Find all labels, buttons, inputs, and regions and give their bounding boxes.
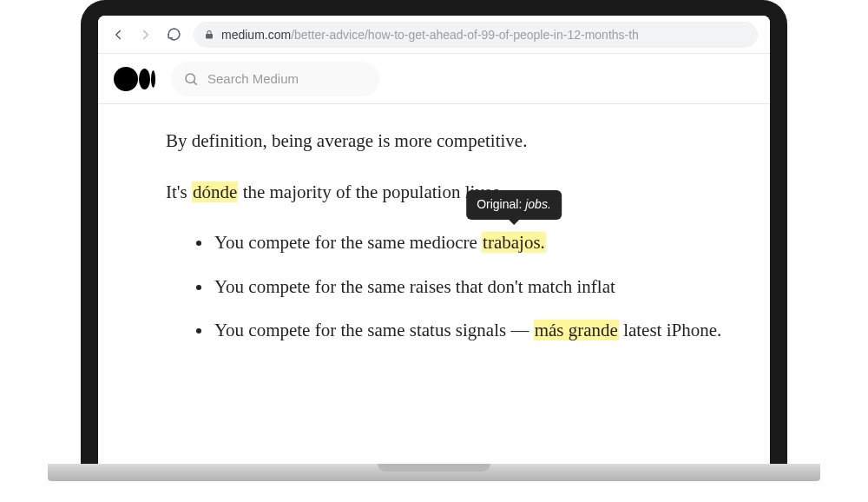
url-text: medium.com/better-advice/how-to-get-ahea… <box>221 28 639 42</box>
site-header <box>98 54 770 104</box>
list-item: You compete for the same raises that don… <box>213 273 770 301</box>
search-icon <box>183 71 199 87</box>
forward-button[interactable] <box>138 27 154 43</box>
laptop-shadow <box>69 479 799 498</box>
medium-logo[interactable] <box>114 67 155 91</box>
list-item: You compete for the same mediocre Origin… <box>213 228 770 257</box>
svg-point-0 <box>186 74 195 83</box>
paragraph: By definition, being average is more com… <box>166 127 770 155</box>
svg-line-1 <box>194 82 196 84</box>
bullet-list: You compete for the same mediocre Origin… <box>166 228 770 345</box>
highlighted-word[interactable]: más grande <box>534 320 619 340</box>
back-button[interactable] <box>110 27 126 43</box>
article-body: By definition, being average is more com… <box>98 104 770 345</box>
list-item: You compete for the same status signals … <box>213 316 770 345</box>
browser-toolbar: medium.com/better-advice/how-to-get-ahea… <box>98 16 770 54</box>
address-bar[interactable]: medium.com/better-advice/how-to-get-ahea… <box>194 22 758 48</box>
laptop-frame: medium.com/better-advice/how-to-get-ahea… <box>81 0 787 466</box>
search-input[interactable] <box>207 71 355 86</box>
tooltip: Original: jobs. <box>466 190 562 220</box>
lock-icon <box>204 30 214 40</box>
browser-window: medium.com/better-advice/how-to-get-ahea… <box>98 16 770 466</box>
search-field[interactable] <box>171 62 379 96</box>
highlighted-word[interactable]: dónde <box>192 182 238 202</box>
reload-button[interactable] <box>166 27 181 43</box>
laptop-base <box>48 464 820 481</box>
highlighted-word[interactable]: trabajos. <box>482 232 546 253</box>
